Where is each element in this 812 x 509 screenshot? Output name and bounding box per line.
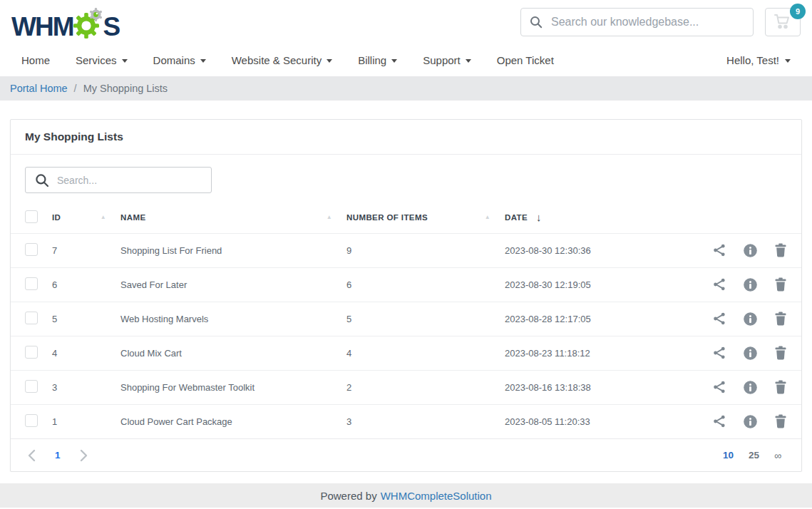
knowledgebase-search-input[interactable] [520, 8, 754, 36]
column-header-date[interactable]: DATE ↓ [505, 202, 694, 233]
cell-date: 2023-08-23 11:18:12 [505, 336, 694, 370]
cell-id: 6 [52, 267, 120, 302]
nav-item-open-ticket[interactable]: Open Ticket [497, 54, 554, 66]
breadcrumb: Portal Home / My Shopping Lists [0, 76, 812, 101]
next-page-button[interactable] [80, 449, 88, 462]
row-checkbox[interactable] [25, 312, 38, 324]
column-header-name[interactable]: NAME ▲ [120, 202, 346, 233]
table-row: 1 Cloud Power Cart Package 3 2023-08-05 … [11, 404, 801, 438]
cell-number-of-items: 6 [346, 267, 505, 302]
cell-id: 3 [52, 370, 120, 404]
trash-icon[interactable] [774, 414, 787, 428]
pagination: 1 10 25 ∞ [11, 438, 801, 471]
select-all-checkbox[interactable] [25, 210, 38, 223]
knowledgebase-search [520, 8, 754, 36]
nav-item-services[interactable]: Services [76, 54, 128, 66]
sort-asc-icon: ▲ [101, 214, 106, 220]
info-icon[interactable] [743, 414, 758, 429]
share-icon[interactable] [712, 346, 726, 360]
main-nav: HomeServicesDomainsWebsite & SecurityBil… [0, 44, 812, 76]
cell-number-of-items: 4 [346, 336, 505, 370]
info-icon[interactable] [743, 277, 758, 292]
page-size-25[interactable]: 25 [749, 450, 759, 461]
page-number-current[interactable]: 1 [55, 450, 61, 461]
footer: Powered by WHMCompleteSolution [0, 483, 812, 508]
sort-asc-icon: ▲ [485, 214, 490, 220]
table-row: 4 Cloud Mix Cart 4 2023-08-23 11:18:12 [11, 336, 801, 370]
info-icon[interactable] [743, 243, 758, 258]
trash-icon[interactable] [774, 243, 787, 257]
cell-name: Shopping List For Friend [120, 233, 346, 267]
trash-icon[interactable] [774, 380, 787, 394]
nav-item-home[interactable]: Home [21, 54, 50, 66]
table-row: 7 Shopping List For Friend 9 2023-08-30 … [11, 233, 801, 267]
cell-id: 1 [52, 404, 120, 438]
breadcrumb-separator: / [74, 83, 77, 94]
cell-number-of-items: 9 [346, 233, 505, 267]
powered-by-label: Powered by [320, 490, 376, 502]
page-size-10[interactable]: 10 [723, 450, 734, 461]
user-menu[interactable]: Hello, Test! [726, 54, 791, 66]
info-icon[interactable] [743, 346, 758, 361]
cart-button[interactable]: 9 [765, 8, 801, 36]
top-header: WHM [0, 0, 812, 44]
cell-name: Web Hosting Marvels [120, 302, 346, 336]
info-icon[interactable] [743, 380, 758, 395]
logo-text-s: S [103, 14, 119, 40]
cell-id: 7 [52, 233, 120, 267]
cell-name: Saved For Later [120, 267, 346, 302]
share-icon[interactable] [712, 277, 726, 292]
breadcrumb-current: My Shopping Lists [83, 83, 168, 94]
chevron-down-icon [327, 59, 332, 63]
table-search-icon [35, 173, 49, 190]
gear-icon [72, 6, 105, 42]
cell-date: 2023-08-16 13:18:38 [505, 370, 694, 404]
nav-item-domains[interactable]: Domains [153, 54, 206, 66]
cell-date: 2023-08-28 12:17:05 [505, 302, 694, 336]
info-icon[interactable] [743, 312, 758, 327]
share-icon[interactable] [712, 312, 726, 326]
shopping-lists-table: ID ▲ NAME ▲ NUMBER OF ITEMS ▲ [11, 202, 801, 438]
search-icon [530, 16, 543, 31]
share-icon[interactable] [712, 380, 726, 394]
trash-icon[interactable] [774, 312, 787, 326]
table-header-row: ID ▲ NAME ▲ NUMBER OF ITEMS ▲ [11, 202, 801, 233]
cell-id: 4 [52, 336, 120, 370]
sort-desc-icon: ↓ [536, 211, 542, 223]
cell-number-of-items: 5 [346, 302, 505, 336]
row-checkbox[interactable] [25, 414, 38, 427]
chevron-down-icon [466, 59, 471, 63]
share-icon[interactable] [712, 414, 726, 428]
cell-date: 2023-08-30 12:30:36 [505, 233, 694, 267]
cell-name: Cloud Mix Cart [120, 336, 346, 370]
row-checkbox[interactable] [25, 380, 38, 393]
cell-id: 5 [52, 302, 120, 336]
row-checkbox[interactable] [25, 277, 38, 290]
cell-number-of-items: 2 [346, 370, 505, 404]
table-row: 5 Web Hosting Marvels 5 2023-08-28 12:17… [11, 302, 801, 336]
share-icon[interactable] [712, 243, 726, 257]
whmcs-logo[interactable]: WHM [11, 4, 119, 40]
cell-name: Shopping For Webmaster Toolkit [120, 370, 346, 404]
trash-icon[interactable] [774, 277, 787, 292]
table-search-input[interactable] [25, 167, 212, 193]
table-row: 3 Shopping For Webmaster Toolkit 2 2023-… [11, 370, 801, 404]
prev-page-button[interactable] [28, 449, 36, 462]
row-checkbox[interactable] [25, 346, 38, 359]
whmcompletesolution-link[interactable]: WHMCompleteSolution [381, 490, 492, 502]
cell-name: Cloud Power Cart Package [120, 404, 346, 438]
shopping-lists-panel: My Shopping Lists [10, 119, 802, 472]
column-header-number-of-items[interactable]: NUMBER OF ITEMS ▲ [346, 202, 505, 233]
logo-text-whm: WHM [11, 14, 73, 40]
cell-date: 2023-08-05 11:20:33 [505, 404, 694, 438]
nav-item-website-security[interactable]: Website & Security [232, 54, 332, 66]
chevron-down-icon [785, 59, 791, 63]
column-header-id[interactable]: ID ▲ [52, 202, 120, 233]
nav-item-support[interactable]: Support [423, 54, 471, 66]
nav-item-billing[interactable]: Billing [358, 54, 397, 66]
chevron-down-icon [122, 59, 128, 63]
breadcrumb-portal-home[interactable]: Portal Home [10, 83, 68, 94]
trash-icon[interactable] [774, 346, 787, 360]
row-checkbox[interactable] [25, 243, 38, 256]
page-size-all[interactable]: ∞ [774, 450, 781, 461]
